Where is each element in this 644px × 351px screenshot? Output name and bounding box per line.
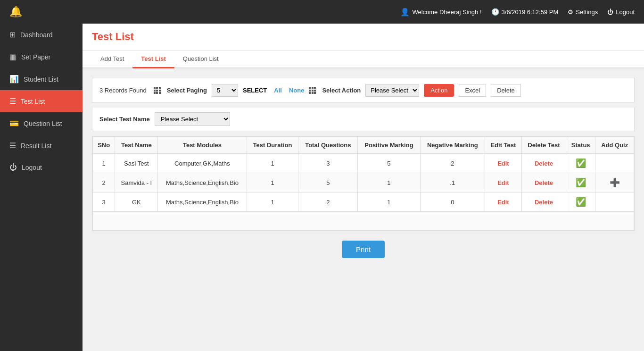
delete-link[interactable]: Delete (535, 179, 553, 186)
datetime-display: 🕐 3/6/2019 6:12:59 PM (491, 8, 559, 16)
cell-test-modules: Computer,GK,Maths (158, 154, 247, 173)
select-keyword: SELECT (243, 87, 267, 94)
status-check-icon: ✅ (576, 197, 586, 207)
cell-status: ✅ (566, 192, 595, 212)
tab-add-test[interactable]: Add Test (92, 50, 132, 68)
cell-test-modules: Maths,Science,English,Bio (158, 192, 247, 212)
cell-total-questions: 2 (298, 192, 358, 212)
cell-status: ✅ (566, 173, 595, 192)
cell-positive-marking: 1 (358, 192, 420, 212)
edit-link[interactable]: Edit (497, 160, 509, 167)
data-table-wrapper: SNo Test Name Test Modules Test Duration… (92, 136, 635, 231)
print-section: Print (92, 231, 635, 267)
settings-link[interactable]: ⚙ Settings (568, 8, 598, 16)
cell-positive-marking: 5 (358, 154, 420, 173)
data-table: SNo Test Name Test Modules Test Duration… (92, 136, 634, 231)
cell-total-questions: 5 (298, 173, 358, 192)
top-header: 🔔 👤 Welcome Dheeraj Singh ! 🕐 3/6/2019 6… (0, 0, 644, 24)
col-negative-marking: Negative Marking (420, 137, 485, 154)
table-row: 1 Sasi Test Computer,GK,Maths 1 3 5 2 Ed… (93, 154, 634, 173)
sidebar-item-set-paper[interactable]: ▦ Set Paper (0, 46, 83, 68)
tabs-bar: Add Test Test List Question List (83, 50, 644, 68)
col-test-modules: Test Modules (158, 137, 247, 154)
action-button[interactable]: Action (424, 84, 454, 97)
col-status: Status (566, 137, 595, 154)
select-none-button[interactable]: None (289, 87, 305, 94)
bell-icon: 🔔 (9, 6, 22, 18)
col-positive-marking: Positive Marking (358, 137, 420, 154)
sidebar-item-result-list[interactable]: ☰ Result List (0, 134, 83, 157)
cell-sno: 1 (93, 154, 115, 173)
filter-label: Select Test Name (99, 116, 150, 123)
page-title: Test List (83, 24, 644, 50)
edit-link[interactable]: Edit (497, 199, 509, 206)
records-count: 3 Records Found (99, 87, 147, 94)
test-list-icon: ☰ (9, 97, 16, 106)
cell-sno: 2 (93, 173, 115, 192)
tab-question-list[interactable]: Question List (174, 50, 227, 68)
add-quiz-icon[interactable]: ➕ (610, 178, 620, 187)
cell-positive-marking: 1 (358, 173, 420, 192)
sidebar-item-question-list[interactable]: 💳 Question List (0, 112, 83, 134)
cell-negative-marking: 2 (420, 154, 485, 173)
col-edit-test: Edit Test (485, 137, 521, 154)
delete-button[interactable]: Delete (491, 84, 521, 97)
sidebar-item-dashboard[interactable]: ⊞ Dashboard (0, 24, 83, 46)
set-paper-icon: ▦ (9, 52, 17, 61)
test-name-select[interactable]: Please Select Sasi Test Samvida - I GK (155, 112, 230, 126)
table-row: 3 GK Maths,Science,English,Bio 1 2 1 0 E… (93, 192, 634, 212)
select-paging-label: Select Paging (167, 87, 207, 94)
logout-icon: ⏻ (607, 8, 613, 16)
col-test-name: Test Name (115, 137, 158, 154)
question-list-icon: 💳 (9, 119, 19, 128)
tab-test-list[interactable]: Test List (132, 50, 174, 68)
table-row-empty (93, 212, 634, 231)
print-button[interactable]: Print (342, 241, 385, 258)
paging-select[interactable]: 5 10 25 50 100 (212, 84, 238, 97)
header-right: 👤 Welcome Dheeraj Singh ! 🕐 3/6/2019 6:1… (400, 8, 635, 17)
cell-edit[interactable]: Edit (485, 192, 521, 212)
content-area: Test List Add Test Test List Question Li… (83, 24, 644, 351)
col-total-questions: Total Questions (298, 137, 358, 154)
cell-test-name: Samvida - I (115, 173, 158, 192)
select-paging-grid-icon (154, 87, 161, 94)
filter-row: Select Test Name Please Select Sasi Test… (92, 108, 635, 131)
edit-link[interactable]: Edit (497, 179, 509, 186)
action-select[interactable]: Please Select Delete Activate Deactivate (365, 84, 419, 97)
status-check-icon: ✅ (576, 159, 586, 168)
cell-edit[interactable]: Edit (485, 154, 521, 173)
cell-test-duration: 1 (247, 192, 298, 212)
table-header-row: SNo Test Name Test Modules Test Duration… (93, 137, 634, 154)
toolbar-row: 3 Records Found Select Paging 5 10 (92, 78, 635, 103)
cell-add-quiz (595, 154, 634, 173)
cell-add-quiz[interactable]: ➕ (595, 173, 634, 192)
select-action-label: Select Action (322, 87, 361, 94)
delete-link[interactable]: Delete (535, 199, 553, 206)
cell-delete[interactable]: Delete (521, 192, 566, 212)
cell-sno: 3 (93, 192, 115, 212)
select-action-grid-icon (309, 87, 316, 94)
result-list-icon: ☰ (9, 141, 16, 150)
sidebar-item-student-list[interactable]: 📊 Student List (0, 68, 83, 90)
sidebar-logout-icon: ⏻ (9, 163, 17, 172)
col-sno: SNo (93, 137, 115, 154)
excel-button[interactable]: Excel (459, 84, 486, 97)
status-check-icon: ✅ (576, 178, 586, 187)
settings-icon: ⚙ (568, 8, 573, 16)
cell-status: ✅ (566, 154, 595, 173)
cell-test-modules: Maths,Science,English,Bio (158, 173, 247, 192)
cell-delete[interactable]: Delete (521, 173, 566, 192)
cell-edit[interactable]: Edit (485, 173, 521, 192)
table-row: 2 Samvida - I Maths,Science,English,Bio … (93, 173, 634, 192)
sidebar-item-logout[interactable]: ⏻ Logout (0, 157, 83, 178)
cell-negative-marking: .1 (420, 173, 485, 192)
delete-link[interactable]: Delete (535, 160, 553, 167)
cell-test-name: GK (115, 192, 158, 212)
col-test-duration: Test Duration (247, 137, 298, 154)
cell-delete[interactable]: Delete (521, 154, 566, 173)
col-add-quiz: Add Quiz (595, 137, 634, 154)
select-all-button[interactable]: All (274, 87, 282, 94)
sidebar-item-test-list[interactable]: ☰ Test List (0, 90, 83, 112)
dashboard-icon: ⊞ (9, 30, 16, 39)
logout-link[interactable]: ⏻ Logout (607, 8, 635, 16)
